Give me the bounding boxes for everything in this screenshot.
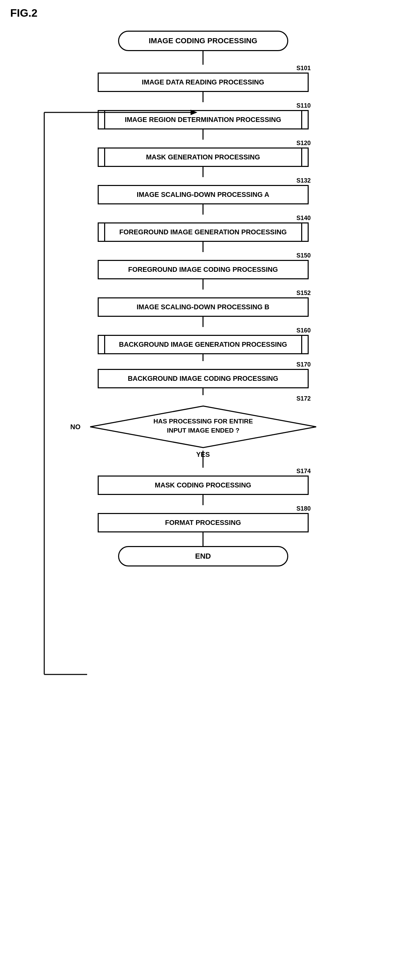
s174-node: MASK CODING PROCESSING: [98, 476, 309, 495]
s120-node: MASK GENERATION PROCESSING: [98, 148, 309, 167]
s150-label: S150: [297, 252, 311, 259]
svg-text:INPUT IMAGE ENDED ?: INPUT IMAGE ENDED ?: [167, 427, 239, 434]
s110-node: IMAGE REGION DETERMINATION PROCESSING: [98, 110, 309, 129]
s150-node: FOREGROUND IMAGE CODING PROCESSING: [98, 260, 309, 279]
no-label: NO: [70, 423, 81, 431]
s101-node: IMAGE DATA READING PROCESSING: [98, 73, 309, 92]
s170-label: S170: [297, 361, 311, 368]
s170-node: BACKGROUND IMAGE CODING PROCESSING: [98, 369, 309, 388]
s110-label: S110: [297, 102, 311, 109]
svg-text:HAS PROCESSING FOR ENTIRE: HAS PROCESSING FOR ENTIRE: [153, 418, 252, 425]
end-terminal: END: [118, 546, 288, 566]
s172-label: S172: [297, 395, 311, 402]
s132-label: S132: [297, 177, 311, 184]
s160-label: S160: [297, 327, 311, 334]
s101-label: S101: [297, 65, 311, 72]
s180-label: S180: [297, 505, 311, 512]
s152-label: S152: [297, 290, 311, 297]
fig-label: FIG.2: [10, 7, 37, 19]
s152-node: IMAGE SCALING-DOWN PROCESSING B: [98, 298, 309, 317]
s120-label: S120: [297, 140, 311, 147]
flowchart: IMAGE CODING PROCESSING S101 IMAGE DATA …: [0, 31, 406, 566]
s132-node: IMAGE SCALING-DOWN PROCESSING A: [98, 185, 309, 204]
s140-label: S140: [297, 215, 311, 222]
s180-node: FORMAT PROCESSING: [98, 513, 309, 532]
s160-node: BACKGROUND IMAGE GENERATION PROCESSING: [98, 335, 309, 354]
start-terminal: IMAGE CODING PROCESSING: [118, 31, 288, 51]
s174-label: S174: [297, 468, 311, 475]
s140-node: FOREGROUND IMAGE GENERATION PROCESSING: [98, 223, 309, 242]
